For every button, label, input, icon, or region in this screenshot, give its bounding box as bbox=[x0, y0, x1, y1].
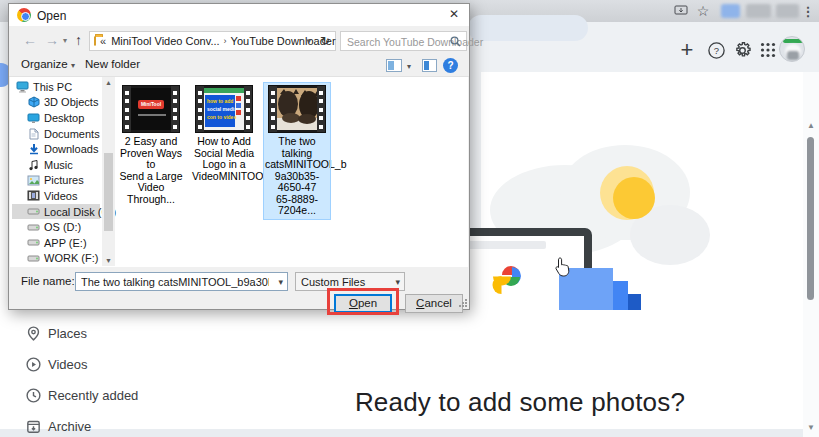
extension-icon[interactable] bbox=[776, 4, 799, 18]
resize-grip[interactable] bbox=[459, 299, 467, 307]
new-folder-button[interactable]: New folder bbox=[85, 58, 140, 70]
file-item[interactable]: how to addsocial mediacon to videoHow to… bbox=[191, 83, 257, 219]
tree-item-label: Videos bbox=[44, 190, 77, 202]
file-name-label: The two talkingcatsMINITOOL_b9a30b35-465… bbox=[265, 136, 329, 217]
disk-icon bbox=[27, 206, 40, 218]
tree-item-music[interactable]: Music bbox=[12, 157, 100, 173]
video-thumbnail bbox=[268, 85, 326, 133]
page-scrollbar-thumb[interactable] bbox=[807, 137, 814, 300]
tree-item-local-disk-c[interactable]: Local Disk (C:) bbox=[12, 204, 100, 220]
refresh-icon[interactable]: ↻ bbox=[320, 34, 330, 48]
dialog-content: This PC3D ObjectsDesktopDocumentsDownloa… bbox=[10, 77, 468, 267]
tree-item-os-d[interactable]: OS (D:) bbox=[12, 219, 100, 235]
tree-item-this-pc[interactable]: This PC bbox=[12, 79, 100, 95]
sidebar-item-label: Recently added bbox=[48, 388, 138, 403]
extension-icon[interactable] bbox=[746, 4, 771, 18]
scroll-down-icon[interactable]: ▼ bbox=[102, 257, 115, 264]
scroll-up-icon[interactable]: ▲ bbox=[102, 79, 115, 86]
open-file-dialog: Open ✕ ← → ▾ ↑ « MiniTool Video Conv... … bbox=[8, 3, 470, 310]
tree-item-label: WORK (F:) bbox=[44, 252, 98, 264]
search-input[interactable]: Search YouTube Downloader bbox=[340, 31, 467, 51]
tree-item-label: OS (D:) bbox=[44, 221, 81, 233]
forward-arrow-icon[interactable]: → bbox=[45, 32, 59, 48]
dialog-titlebar[interactable]: Open ✕ bbox=[9, 4, 469, 26]
chevron-down-icon: ▾ bbox=[395, 277, 400, 287]
tree-item-label: APP (E:) bbox=[44, 237, 87, 249]
disk-icon bbox=[27, 221, 40, 233]
videos-icon bbox=[27, 190, 40, 202]
tree-item-label: 3D Objects bbox=[44, 96, 98, 108]
scroll-up-icon[interactable]: ▲ bbox=[805, 121, 817, 130]
folder-tree: This PC3D ObjectsDesktopDocumentsDownloa… bbox=[12, 79, 100, 266]
tree-scrollbar[interactable]: ▲ ▼ bbox=[102, 77, 115, 266]
tree-item-label: Music bbox=[44, 159, 73, 171]
help-icon[interactable]: ? bbox=[703, 37, 729, 63]
file-name-input[interactable]: The two talking catsMINITOOL_b9a30b35-46… bbox=[75, 272, 288, 291]
file-item[interactable]: The two talkingcatsMINITOOL_b9a30b35-465… bbox=[264, 83, 330, 219]
preview-pane-icon[interactable] bbox=[422, 59, 437, 72]
up-arrow-icon[interactable]: ↑ bbox=[75, 32, 82, 48]
scroll-down-icon[interactable]: ▼ bbox=[805, 423, 817, 432]
search-pill-blurred bbox=[468, 15, 588, 41]
tree-item-work-f[interactable]: WORK (F:) bbox=[12, 251, 100, 267]
help-icon[interactable]: ? bbox=[443, 58, 458, 73]
pictures-icon bbox=[27, 174, 40, 186]
settings-gear-icon[interactable] bbox=[729, 37, 755, 63]
tree-item-downloads[interactable]: Downloads bbox=[12, 141, 100, 157]
laptop-illustration-addressbar bbox=[460, 241, 546, 249]
bookmark-star-icon[interactable]: ☆ bbox=[695, 3, 711, 19]
google-photos-logo bbox=[492, 257, 530, 295]
extension-icon[interactable] bbox=[721, 4, 740, 18]
tree-item-label: This PC bbox=[33, 81, 72, 93]
breadcrumb-item[interactable]: MiniTool Video Conv... bbox=[111, 35, 219, 47]
account-avatar[interactable] bbox=[779, 36, 805, 62]
history-dropdown-icon[interactable]: ▾ bbox=[63, 36, 67, 45]
back-arrow-icon[interactable]: ← bbox=[23, 32, 37, 48]
documents-icon bbox=[27, 128, 40, 140]
sidebar-item-archive[interactable]: Archive bbox=[0, 411, 155, 437]
clock-icon bbox=[24, 387, 42, 405]
tree-item-pictures[interactable]: Pictures bbox=[12, 173, 100, 189]
disk-icon bbox=[27, 252, 40, 264]
sidebar-item-label: Archive bbox=[48, 419, 91, 434]
sidebar-item-videos[interactable]: Videos bbox=[0, 349, 155, 380]
tree-item-app-e[interactable]: APP (E:) bbox=[12, 235, 100, 251]
upload-plus-button[interactable]: + bbox=[674, 37, 700, 63]
screen: ☆ ⋮ + ? bbox=[0, 0, 819, 437]
file-item[interactable]: MiniTool2 Easy andProven Ways toSend a L… bbox=[118, 83, 184, 219]
tree-item-desktop[interactable]: Desktop bbox=[12, 110, 100, 126]
sidebar-item-label: Videos bbox=[48, 357, 88, 372]
close-icon[interactable]: ✕ bbox=[445, 7, 463, 23]
search-placeholder: Search YouTube Downloader bbox=[347, 36, 483, 48]
organize-menu[interactable]: Organize ▾ bbox=[21, 58, 75, 70]
file-list: MiniTool2 Easy andProven Ways toSend a L… bbox=[118, 83, 330, 219]
browser-menu-icon[interactable]: ⋮ bbox=[802, 3, 814, 19]
cancel-button[interactable]: Cancel bbox=[405, 294, 463, 313]
tree-item-label: Downloads bbox=[44, 143, 98, 155]
dialog-toolbar: Organize ▾ New folder ▾ ? bbox=[9, 55, 469, 76]
tree-scrollbar-thumb[interactable] bbox=[104, 153, 113, 231]
music-icon bbox=[27, 159, 40, 171]
file-name-label: 2 Easy andProven Ways toSend a LargeVide… bbox=[119, 136, 183, 205]
chevron-down-icon[interactable]: ▾ bbox=[278, 277, 283, 287]
search-icon bbox=[450, 36, 461, 47]
address-bar[interactable]: « MiniTool Video Conv... › YouTube Downl… bbox=[89, 31, 336, 51]
tree-item-videos[interactable]: Videos bbox=[12, 188, 100, 204]
tree-item-documents[interactable]: Documents bbox=[12, 126, 100, 142]
desktop-icon bbox=[27, 112, 40, 124]
dialog-navigation-row: ← → ▾ ↑ « MiniTool Video Conv... › YouTu… bbox=[9, 28, 469, 54]
change-view-icon[interactable] bbox=[386, 59, 402, 72]
chevron-down-icon: ▾ bbox=[71, 61, 75, 70]
sidebar-item-places[interactable]: Places bbox=[0, 318, 155, 349]
tree-item-3d-objects[interactable]: 3D Objects bbox=[12, 95, 100, 111]
folder-icon bbox=[94, 36, 96, 46]
tree-item-label: Documents bbox=[44, 128, 100, 140]
file-name-row: File name: The two talking catsMINITOOL_… bbox=[9, 271, 469, 291]
sidebar-item-recently-added[interactable]: Recently added bbox=[0, 380, 155, 411]
address-dropdown-icon[interactable]: ▾ bbox=[306, 36, 311, 46]
google-apps-grid-icon[interactable] bbox=[755, 37, 781, 63]
downloads-icon bbox=[27, 143, 40, 155]
install-app-icon[interactable] bbox=[672, 3, 690, 19]
view-dropdown-icon[interactable]: ▾ bbox=[407, 62, 411, 71]
disk-icon bbox=[27, 237, 40, 249]
